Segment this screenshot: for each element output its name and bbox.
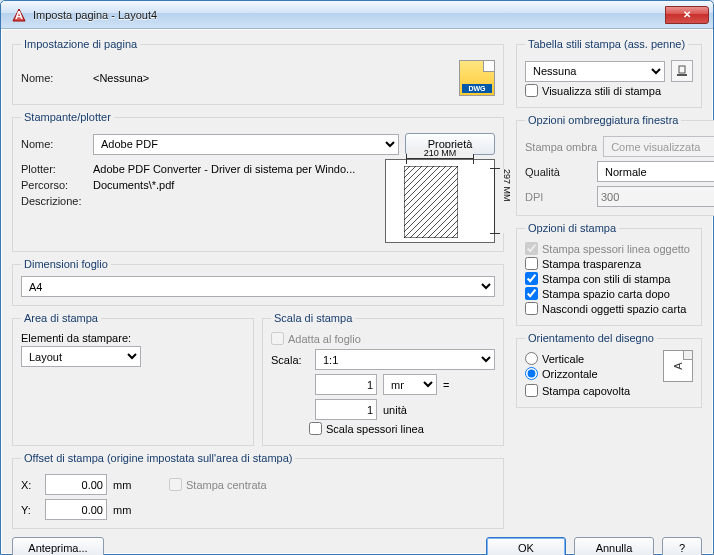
- preview-button[interactable]: Anteprima...: [12, 537, 104, 555]
- quality-label: Qualità: [525, 166, 591, 178]
- scale-label: Scala:: [271, 354, 309, 366]
- svg-rect-3: [404, 166, 458, 238]
- svg-text:A: A: [15, 9, 23, 21]
- plotter-label: Plotter:: [21, 163, 87, 175]
- upsidedown-checkbox[interactable]: Stampa capovolta: [525, 384, 693, 397]
- dpi-label: DPI: [525, 191, 591, 203]
- center-plot-checkbox: Stampa centrata: [169, 478, 267, 491]
- landscape-radio[interactable]: Orizzontale: [525, 367, 657, 380]
- opt-hide-paperspace-checkbox[interactable]: Nascondi oggetti spazio carta: [525, 302, 693, 315]
- page-settings-group: Impostazione di pagina Nome: <Nessuna> D…: [12, 38, 504, 105]
- svg-rect-5: [679, 66, 685, 73]
- styletable-legend: Tabella stili stampa (ass. penne): [525, 38, 688, 50]
- shaded-group: Opzioni ombreggiatura finestra Stampa om…: [516, 114, 714, 216]
- papersize-group: Dimensioni foglio A4: [12, 258, 504, 306]
- scale-lineweights-checkbox[interactable]: Scala spessori linea: [309, 422, 495, 435]
- desc-label: Descrizione:: [21, 195, 87, 207]
- shaded-legend: Opzioni ombreggiatura finestra: [525, 114, 681, 126]
- path-label: Percorso:: [21, 179, 87, 191]
- scale-legend: Scala di stampa: [271, 312, 355, 324]
- printer-legend: Stampante/plotter: [21, 111, 114, 123]
- scale-ratio-select[interactable]: 1:1: [315, 349, 495, 370]
- paper-preview: 210 MM 297 MM: [385, 159, 495, 243]
- opt-lineweights-checkbox: Stampa spessori linea oggetto: [525, 242, 693, 255]
- svg-rect-4: [677, 74, 687, 76]
- app-icon: A: [11, 7, 27, 23]
- opt-plotstyles-checkbox[interactable]: Stampa con stili di stampa: [525, 272, 693, 285]
- close-button[interactable]: ✕: [665, 6, 709, 24]
- offset-y-unit: mm: [113, 504, 131, 516]
- scale-input-1[interactable]: [315, 374, 377, 395]
- scale-unit-select[interactable]: mm: [383, 374, 437, 395]
- plotoptions-group: Opzioni di stampa Stampa spessori linea …: [516, 222, 702, 326]
- offset-x-input[interactable]: [45, 474, 107, 495]
- scale-unit2-label: unità: [383, 404, 407, 416]
- opt-paperspace-last-checkbox[interactable]: Stampa spazio carta dopo: [525, 287, 693, 300]
- page-name-value: <Nessuna>: [93, 72, 149, 84]
- papersize-select[interactable]: A4: [21, 276, 495, 297]
- portrait-radio[interactable]: Verticale: [525, 352, 657, 365]
- cancel-button[interactable]: Annulla: [574, 537, 654, 555]
- plotter-value: Adobe PDF Converter - Driver di sistema …: [93, 163, 355, 175]
- offset-x-unit: mm: [113, 479, 143, 491]
- offset-y-label: Y:: [21, 504, 39, 516]
- offset-group: Offset di stampa (origine impostata sull…: [12, 452, 504, 529]
- plotarea-group: Area di stampa Elementi da stampare: Lay…: [12, 312, 254, 446]
- dpi-input: [597, 186, 714, 207]
- equals-sign: =: [443, 379, 449, 391]
- titlebar: A Imposta pagina - Layout4 ✕: [1, 1, 713, 29]
- orientation-icon: A: [663, 350, 693, 382]
- printer-name-label: Nome:: [21, 138, 87, 150]
- plotarea-legend: Area di stampa: [21, 312, 101, 324]
- papersize-legend: Dimensioni foglio: [21, 258, 111, 270]
- help-button[interactable]: ?: [662, 537, 702, 555]
- printer-group: Stampante/plotter Nome: Adobe PDF Propri…: [12, 111, 504, 252]
- opt-transparency-checkbox[interactable]: Stampa trasparenza: [525, 257, 693, 270]
- scale-group: Scala di stampa Adatta al foglio Scala:1…: [262, 312, 504, 446]
- window-title: Imposta pagina - Layout4: [33, 9, 157, 21]
- offset-legend: Offset di stampa (origine impostata sull…: [21, 452, 295, 464]
- offset-x-label: X:: [21, 479, 39, 491]
- path-value: Documents\*.pdf: [93, 179, 174, 191]
- styletable-select[interactable]: Nessuna: [525, 61, 665, 82]
- quality-select[interactable]: Normale: [597, 161, 714, 182]
- shade-plot-select: Come visualizzata: [603, 136, 714, 157]
- orientation-legend: Orientamento del disegno: [525, 332, 657, 344]
- fit-to-paper-checkbox: Adatta al foglio: [271, 332, 495, 345]
- page-name-label: Nome:: [21, 72, 87, 84]
- plotarea-select[interactable]: Layout: [21, 346, 141, 367]
- plotoptions-legend: Opzioni di stampa: [525, 222, 619, 234]
- display-styles-checkbox[interactable]: Visualizza stili di stampa: [525, 84, 693, 97]
- ok-button[interactable]: OK: [486, 537, 566, 555]
- orientation-group: Orientamento del disegno Verticale Orizz…: [516, 332, 702, 408]
- page-settings-legend: Impostazione di pagina: [21, 38, 140, 50]
- shade-plot-label: Stampa ombra: [525, 141, 597, 153]
- printer-name-select[interactable]: Adobe PDF: [93, 134, 399, 155]
- styletable-group: Tabella stili stampa (ass. penne) Nessun…: [516, 38, 702, 108]
- plotarea-what-label: Elementi da stampare:: [21, 332, 245, 344]
- dwg-icon: DWG: [459, 60, 495, 96]
- scale-input-2[interactable]: [315, 399, 377, 420]
- styletable-edit-icon[interactable]: [671, 60, 693, 82]
- offset-y-input[interactable]: [45, 499, 107, 520]
